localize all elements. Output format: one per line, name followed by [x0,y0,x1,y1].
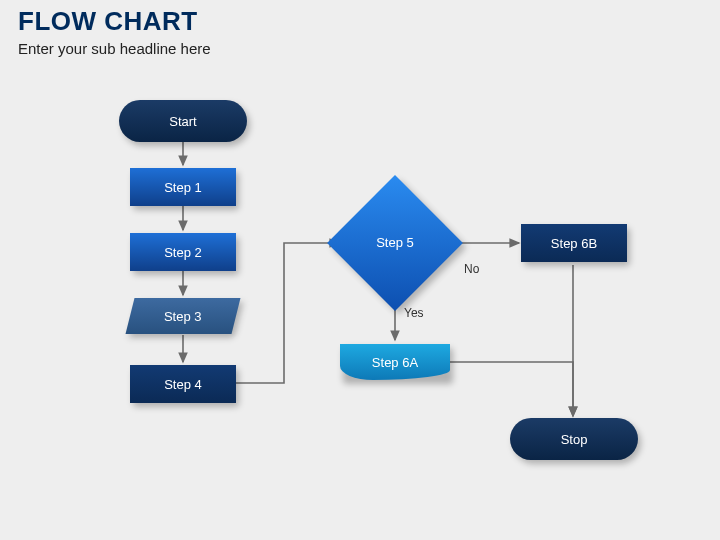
label-no: No [464,262,479,276]
node-label: Step 4 [164,377,202,392]
node-label: Stop [561,432,588,447]
slide: FLOW CHART Enter your sub headline here … [0,0,720,540]
node-step2: Step 2 [130,233,236,271]
node-label: Step 2 [164,245,202,260]
node-step3: Step 3 [126,298,241,334]
node-label: Start [169,114,196,129]
node-label: Step 1 [164,180,202,195]
node-step4: Step 4 [130,365,236,403]
slide-subtitle: Enter your sub headline here [18,40,211,57]
node-step6b: Step 6B [521,224,627,262]
node-label: Step 3 [164,309,202,324]
node-label: Step 6A [372,355,418,370]
node-step6a: Step 6A [340,344,450,380]
node-start: Start [119,100,247,142]
node-step1: Step 1 [130,168,236,206]
node-label: Step 6B [551,236,597,251]
node-stop: Stop [510,418,638,460]
node-label: Step 5 [370,235,420,250]
slide-title: FLOW CHART [18,6,198,37]
label-yes: Yes [404,306,424,320]
